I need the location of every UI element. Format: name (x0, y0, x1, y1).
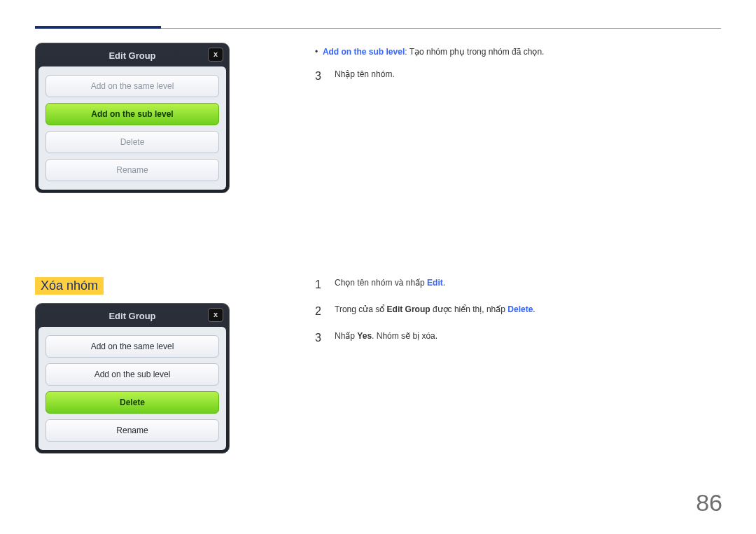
edit-group-dialog-1: Edit Group x Add on the same level Add o… (35, 43, 230, 193)
keyword-delete: Delete (507, 304, 533, 314)
keyword-edit-group: Edit Group (387, 304, 430, 314)
option-add-same-level[interactable]: Add on the same level (46, 335, 219, 358)
edit-group-dialog-2: Edit Group x Add on the same level Add o… (35, 303, 230, 454)
bullet-add-sub-level: • Add on the sub level: Tạo nhóm phụ tro… (315, 45, 721, 58)
section-heading-delete-group: Xóa nhóm (35, 277, 104, 295)
dialog-title: Edit Group (108, 50, 155, 61)
step-1: 1 Chọn tên nhóm và nhấp Edit. (315, 276, 721, 293)
step-enter-group-name: 3 Nhập tên nhóm. (315, 68, 721, 85)
option-add-sub-level[interactable]: Add on the sub level (46, 103, 219, 125)
keyword-add-sub-level: Add on the sub level (323, 47, 405, 57)
keyword-yes: Yes (357, 331, 372, 341)
close-icon[interactable]: x (208, 308, 223, 322)
option-rename[interactable]: Rename (46, 159, 219, 181)
step-2: 2 Trong cửa sổ Edit Group được hiển thị,… (315, 303, 721, 320)
option-rename[interactable]: Rename (46, 419, 219, 442)
option-add-sub-level[interactable]: Add on the sub level (46, 363, 219, 386)
option-add-same-level[interactable]: Add on the same level (46, 75, 219, 97)
close-icon[interactable]: x (208, 48, 223, 62)
keyword-edit: Edit (427, 278, 443, 288)
option-delete[interactable]: Delete (46, 131, 219, 153)
header-rule (35, 26, 161, 29)
option-delete[interactable]: Delete (46, 391, 219, 414)
page-number: 86 (696, 489, 722, 517)
dialog-title: Edit Group (108, 311, 155, 321)
step-3: 3 Nhấp Yes. Nhóm sẽ bị xóa. (315, 330, 721, 346)
